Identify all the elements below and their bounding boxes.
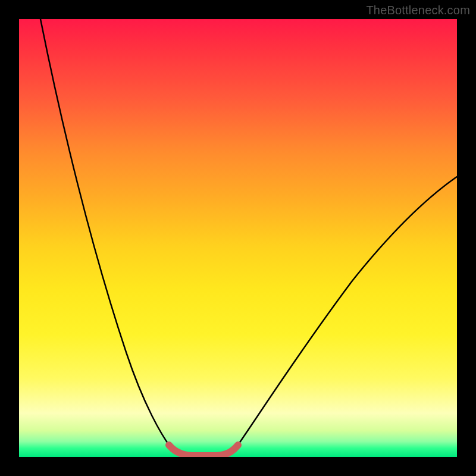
valley-dot xyxy=(235,442,241,448)
bottleneck-curve xyxy=(19,19,457,457)
curve-valley-accent xyxy=(169,445,238,456)
plot-area xyxy=(19,19,457,457)
valley-dot xyxy=(228,448,234,454)
valley-dot xyxy=(166,442,172,448)
curve-left-branch xyxy=(40,19,171,447)
watermark-label: TheBottleneck.com xyxy=(366,4,470,17)
curve-right-branch xyxy=(236,177,457,447)
chart-frame: TheBottleneck.com xyxy=(0,0,476,476)
valley-dot xyxy=(172,448,178,454)
